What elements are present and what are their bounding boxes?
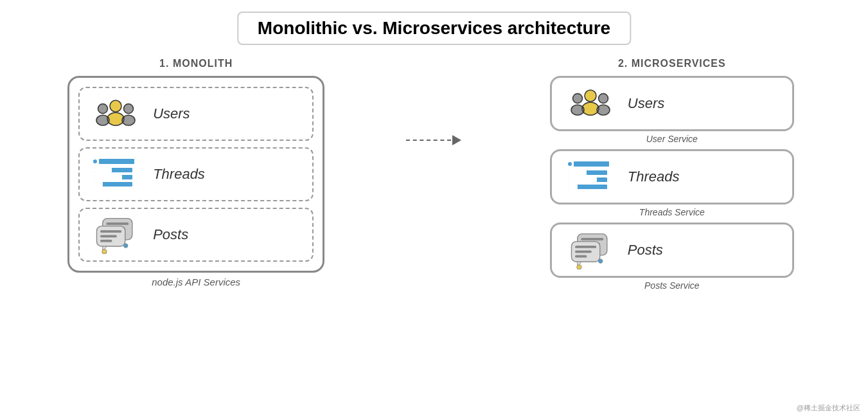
svg-rect-15 <box>94 168 112 172</box>
posts-icon-ms <box>565 231 616 269</box>
monolith-users-label: Users <box>153 105 190 122</box>
users-icon <box>90 95 141 133</box>
monolith-title: 1. MONOLITH <box>159 58 233 69</box>
svg-rect-54 <box>581 238 603 241</box>
svg-point-44 <box>568 162 572 166</box>
svg-rect-59 <box>575 246 596 248</box>
monolith-section: 1. MONOLITH <box>61 58 331 287</box>
svg-rect-13 <box>99 159 134 164</box>
monolith-footer: node.js API Services <box>152 277 240 287</box>
content-area: 1. MONOLITH <box>0 58 868 296</box>
posts-service-card: Posts <box>550 223 794 278</box>
svg-rect-19 <box>94 182 103 186</box>
monolith-posts-box: Posts <box>78 208 314 262</box>
monolith-threads-box: Threads <box>78 147 314 201</box>
svg-point-31 <box>124 244 128 248</box>
microservices-title: 2. MICROSERVICES <box>618 58 726 69</box>
svg-point-12 <box>93 159 97 163</box>
svg-rect-17 <box>94 175 122 179</box>
posts-service-name: Posts Service <box>644 280 700 291</box>
svg-rect-47 <box>569 170 587 175</box>
arrow-line <box>406 140 451 141</box>
microservices-section: 2. MICROSERVICES Users User Service <box>537 58 807 296</box>
svg-rect-27 <box>100 230 121 233</box>
threads-service-card: Threads <box>550 149 794 204</box>
dashed-arrow <box>406 135 461 145</box>
threads-icon-ms <box>565 158 616 196</box>
watermark: @稀土掘金技术社区 <box>797 403 860 413</box>
svg-point-30 <box>102 250 107 254</box>
svg-rect-29 <box>100 240 112 242</box>
svg-rect-22 <box>106 223 128 225</box>
svg-rect-60 <box>575 250 592 253</box>
ms-users-label: Users <box>628 95 664 112</box>
svg-point-63 <box>598 259 602 263</box>
svg-rect-28 <box>100 235 117 237</box>
svg-rect-61 <box>575 255 587 258</box>
user-service-name: User Service <box>646 134 698 144</box>
ms-posts-label: Posts <box>628 242 663 259</box>
svg-point-62 <box>577 265 581 269</box>
monolith-posts-label: Posts <box>153 226 188 243</box>
migration-arrow <box>402 135 466 145</box>
svg-rect-45 <box>574 161 609 167</box>
posts-icon-monolith <box>90 215 141 254</box>
ms-threads-label: Threads <box>628 168 680 185</box>
monolith-users-box: Users <box>78 87 314 141</box>
arrow-head <box>452 135 461 145</box>
svg-rect-49 <box>569 177 597 182</box>
main-title: Monolithic vs. Microservices architectur… <box>237 12 631 45</box>
threads-service-name: Threads Service <box>639 207 705 217</box>
svg-rect-51 <box>569 185 578 189</box>
users-icon-ms <box>565 84 616 123</box>
threads-icon-monolith <box>90 155 141 194</box>
user-service-card: Users <box>550 76 794 131</box>
monolith-box: Users Threads <box>67 76 324 273</box>
monolith-threads-label: Threads <box>153 166 205 183</box>
